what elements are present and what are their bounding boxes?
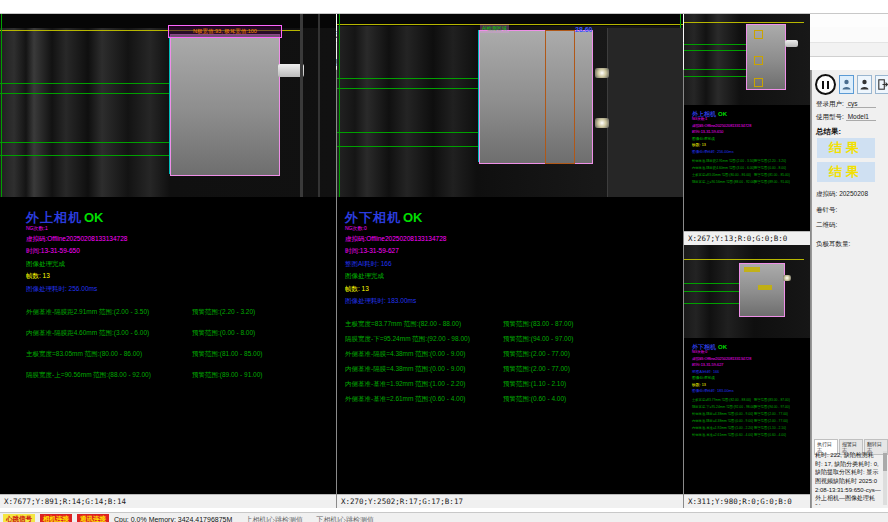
result-badge-1: 结果 [817,138,875,158]
defect-mark [758,285,772,290]
barcode-row: 虚拟码: 20250208 [816,190,868,199]
time-text: 时间:13-31-59-650 [692,129,810,134]
log-scrollbar[interactable] [883,451,887,505]
thumbnail-1-image[interactable] [684,14,810,105]
width-overlay-label: N极宽值:93, 极耳宽值:100 [168,25,282,38]
model-label: 使用型号: [816,113,844,120]
measurement-warn-range: 预警范围:(0.00 - 8.00) [754,166,786,170]
measurement-warn-range: 预警范围:(2.20 - 3.20) [754,159,786,163]
edge-green-line [1,14,2,197]
barcode-text: 虚拟码:Offline20250208133134728 [345,235,683,244]
measurement-row: 内侧基准-隔膜=4.38mm 范围:(0.00 - 9.00)预警范围:(2.0… [345,365,683,374]
user-icon [842,79,851,90]
cpu-memory-text: Cpu: 0.0% Memory: 3424.41796875M [114,516,232,522]
app-window: CYS-视觉检测系统 系统配置相机配置通讯配置IO卡配置▼光源控制配置▼查看▼系… [0,13,888,522]
process-status-text: 图像处理完成 [692,136,810,141]
measurement-warn-range: 预警范围:(2.00 - 77.00) [503,365,570,374]
ai-region-label: AI检测区域 [480,24,509,33]
process-status-text: 图像处理完成 [26,260,336,269]
measurement-value: 主极宽度=83.77mm 范围:(82.00 - 88.00) [692,398,754,402]
login-user-row: 登录用户: cys [816,100,876,109]
measurement-list: 主极宽度=83.77mm 范围:(82.00 - 88.00)预警范围:(83.… [692,398,810,437]
measurement-value: 内侧基准-隔膜距4.60mm 范围:(3.00 - 6.00) [692,166,754,170]
column-separator [683,70,684,508]
measurement-warn-range: 预警范围:(0.60 - 4.00) [503,395,566,404]
scrollbar-knob[interactable] [883,453,887,471]
measurement-row: 外侧基准-隔膜距2.91mm 范围:(2.00 - 3.50)预警范围:(2.2… [26,308,336,317]
exit-button[interactable] [875,75,888,94]
measurement-value: 内侧基准-隔膜距4.60mm 范围:(3.00 - 6.00) [26,329,192,338]
status-taskbar: 心跳信号 相机连接 通讯连接 Cpu: 0.0% Memory: 3424.41… [0,512,888,522]
thumbnail-2-image[interactable] [684,245,810,338]
measurement-value: 主极宽度=83.77mm 范围:(82.00 - 88.00) [345,320,503,329]
barcode-value: 20250208 [839,190,868,197]
time-text: 时间:13-31-59-627 [692,362,810,367]
measurement-warn-range: 预警范围:(81.00 - 85.00) [192,350,262,359]
measurement-value: 外侧基准-隔膜=4.38mm 范围:(0.00 - 9.00) [345,350,503,359]
measurement-warn-range: 预警范围:(2.00 - 77.00) [754,419,788,423]
elapsed-text: 图像处理耗时: 256.00ms [692,149,810,154]
measurement-row: 主极宽度=83.77mm 范围:(82.00 - 88.00)预警范围:(83.… [345,320,683,329]
camera-name: 外上相机 [26,210,82,225]
user-icon [860,79,869,90]
measurement-list: 外侧基准-隔膜距2.91mm 范围:(2.00 - 3.50)预警范围:(2.2… [692,159,810,184]
measurement-warn-range: 预警范围:(89.00 - 91.00) [754,180,790,184]
measurement-warn-range: 预警范围:(1.10 - 2.10) [503,380,566,389]
measurement-value: 内侧基准-隔膜=4.38mm 范围:(0.00 - 9.00) [692,419,754,423]
elapsed-text: 图像处理耗时: 256.00ms [26,285,336,294]
heartbeat-badge: 心跳信号 [3,514,35,522]
led-highlight [595,118,609,128]
result-ok-text: OK [403,210,423,225]
login-user-value[interactable]: cys [846,100,876,108]
measurement-row: 内侧基准-基准=1.92mm 范围:(1.00 - 2.20)预警范围:(1.1… [692,426,810,430]
result-ok-text: OK [718,111,727,117]
total-result-label: 总结果: [816,127,841,137]
defect-mark [754,30,763,39]
barcode-text: 虚拟码:Offline20250208133134728 [692,123,810,128]
elapsed-text: 图像处理耗时: 183.00ms [692,388,810,393]
pin-row: 卷针号: [816,206,837,215]
column-separator [810,70,811,508]
mid-camera-info: 外下相机OKNG次数:0虚拟码:Offline20250208133134728… [337,197,683,438]
measurement-row: 内侧基准-隔膜距4.60mm 范围:(3.00 - 6.00)预警范围:(0.0… [26,329,336,338]
frame-count-text: 帧数: 13 [692,382,810,387]
measurement-row: 外侧基准-基准=2.61mm 范围:(0.60 - 4.00)预警范围:(0.6… [692,433,810,437]
ai-elapsed-text: 整图AI耗时: 166 [692,369,810,374]
model-value[interactable]: Model1 [846,113,876,121]
thumbnail-2-coordinate-bar: X:311;Y:980;R:0;G:0;B:0 [684,494,810,508]
edge-green-line [339,14,340,197]
login-user-label: 登录用户: [816,100,844,107]
user-dark-button[interactable] [857,75,872,94]
electrode-block [746,24,786,90]
measurement-warn-range: 预警范围:(1.10 - 2.10) [754,426,786,430]
qr-row: 二维码: [816,221,837,230]
left-camera-image[interactable]: N极宽值:93, 极耳宽值:100 [0,14,336,197]
time-text: 时间:13-31-59-627 [345,247,683,256]
tab-connector [785,40,798,47]
measurement-value: 主极宽度=83.05mm 范围:(80.00 - 86.00) [692,173,754,177]
result-ok-text: OK [84,210,104,225]
ai-detect-rect [545,30,575,164]
measurement-warn-range: 预警范围:(2.20 - 3.20) [192,308,255,317]
left-coordinate-bar: X:7677;Y:891;R:14;G:14;B:14 [0,494,336,508]
camera-link-badge: 相机连接 [40,514,72,522]
measurement-row: 隔膜宽度-上=90.56mm 范围:(88.00 - 92.00)预警范围:(8… [26,371,336,380]
mid-camera-image[interactable]: AI检测区域 28.60 [337,14,683,197]
user-login-button[interactable] [839,75,854,94]
measurement-value: 外侧基准-基准=2.61mm 范围:(0.60 - 4.00) [345,395,503,404]
measurement-list: 外侧基准-隔膜距2.91mm 范围:(2.00 - 3.50)预警范围:(2.2… [26,308,336,380]
led-highlight [595,68,609,78]
frame-count-text: 帧数: 13 [26,272,336,281]
measurement-list: 主极宽度=83.77mm 范围:(82.00 - 88.00)预警范围:(83.… [345,320,683,404]
pause-button[interactable] [815,74,836,95]
measurement-warn-range: 预警范围:(94.00 - 97.00) [754,405,790,409]
measurement-value: 外侧基准-基准=2.61mm 范围:(0.60 - 4.00) [692,433,754,437]
measurement-warn-range: 预警范围:(83.00 - 87.00) [503,320,573,329]
measurement-row: 内侧基准-隔膜距4.60mm 范围:(3.00 - 6.00)预警范围:(0.0… [692,166,810,170]
measurement-warn-range: 预警范围:(81.00 - 85.00) [754,173,790,177]
process-status-text: 图像处理完成 [692,375,810,380]
defect-mark [754,56,763,65]
electrode-block [479,30,593,164]
elapsed-text: 图像处理耗时: 183.00ms [345,297,683,306]
result-badge-2: 结果 [817,162,875,182]
